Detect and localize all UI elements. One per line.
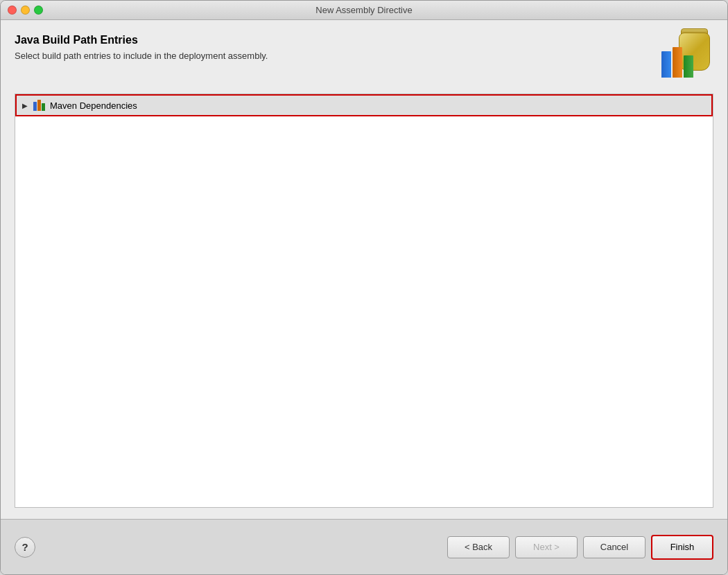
list-item[interactable]: ▶ Maven Dependencies: [15, 94, 713, 116]
minimize-button[interactable]: [21, 6, 30, 15]
maven-icon: [32, 100, 46, 111]
close-button[interactable]: [8, 6, 17, 15]
list-empty-area: [15, 116, 713, 507]
book3-icon: [684, 55, 693, 78]
expand-arrow-icon: ▶: [22, 102, 28, 109]
page-subtitle: Select build path entries to include in …: [15, 51, 651, 61]
mini-book1-icon: [33, 102, 37, 111]
next-button[interactable]: Next >: [515, 536, 578, 558]
maven-dependencies-label: Maven Dependencies: [50, 100, 137, 111]
title-bar: New Assembly Directive: [1, 1, 727, 20]
back-button[interactable]: < Back: [447, 536, 510, 558]
window-controls: [8, 6, 43, 15]
book1-icon: [661, 51, 671, 78]
header-section: Java Build Path Entries Select build pat…: [15, 34, 713, 82]
java-icon: [661, 33, 710, 78]
cancel-button[interactable]: Cancel: [583, 536, 645, 558]
header-text: Java Build Path Entries Select build pat…: [15, 34, 651, 61]
book2-icon: [673, 47, 682, 78]
bottom-bar: ? < Back Next > Cancel Finish: [1, 519, 727, 574]
mini-book3-icon: [42, 103, 45, 111]
header-icon: [658, 27, 713, 82]
page-title: Java Build Path Entries: [15, 34, 651, 46]
window-title: New Assembly Directive: [315, 5, 412, 15]
navigation-buttons: < Back Next > Cancel Finish: [447, 535, 713, 560]
content-area: Java Build Path Entries Select build pat…: [1, 20, 727, 519]
dialog-window: New Assembly Directive Java Build Path E…: [0, 0, 728, 575]
help-button[interactable]: ?: [15, 537, 35, 558]
books-base-icon: [661, 47, 693, 78]
finish-button[interactable]: Finish: [651, 535, 713, 560]
entries-list: ▶ Maven Dependencies: [15, 94, 713, 508]
maximize-button[interactable]: [34, 6, 43, 15]
mini-books-icon: [33, 100, 45, 111]
mini-book2-icon: [37, 100, 41, 111]
